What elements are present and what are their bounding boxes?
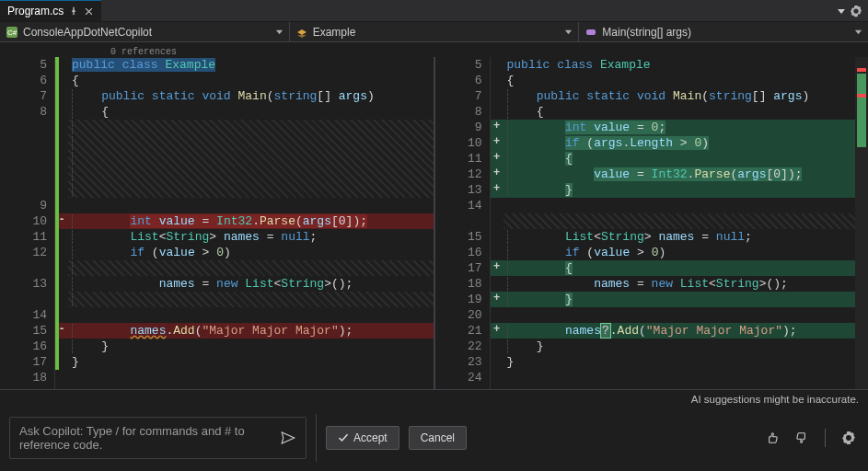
scope-project-label: ConsoleAppDotNetCopilot <box>23 26 152 39</box>
right-code[interactable]: public class Example { public static voi… <box>503 57 856 389</box>
cancel-button[interactable]: Cancel <box>409 426 467 450</box>
right-markers: + + + + + + + + <box>491 57 503 389</box>
thumbs-up-icon[interactable] <box>762 428 782 448</box>
method-icon <box>584 26 597 39</box>
pin-icon[interactable] <box>69 6 78 16</box>
svg-rect-2 <box>586 29 596 35</box>
diff-left-pane: 5 6 7 8 9 10 11 12 13 14 15 16 17 18 <box>0 57 434 389</box>
send-icon[interactable] <box>280 430 296 446</box>
class-icon <box>295 26 308 39</box>
tab-title: Program.cs <box>7 5 64 17</box>
separator <box>825 429 826 447</box>
thumbs-down-icon[interactable] <box>792 428 812 448</box>
scope-class-label: Example <box>313 26 356 39</box>
chevron-down-icon <box>275 28 284 36</box>
tab-bar-right <box>831 0 868 21</box>
gear-icon[interactable] <box>850 5 862 17</box>
copilot-input[interactable]: Ask Copilot: Type / for commands and # t… <box>9 417 307 459</box>
accept-button[interactable]: Accept <box>326 426 399 450</box>
scope-project[interactable]: C# ConsoleAppDotNetCopilot <box>0 22 290 41</box>
scope-class[interactable]: Example <box>290 22 580 41</box>
left-code[interactable]: public class Example { public static voi… <box>68 57 434 389</box>
minimap-scroll[interactable] <box>855 57 868 389</box>
codelens-row: 0 references <box>0 42 868 57</box>
chevron-down-icon <box>854 28 862 36</box>
chevron-down-icon <box>564 28 573 36</box>
close-icon[interactable] <box>84 6 94 17</box>
scope-bar: C# ConsoleAppDotNetCopilot Example Main(… <box>0 22 868 42</box>
ai-warning: AI suggestions might be inaccurate. <box>0 390 868 407</box>
dropdown-icon[interactable] <box>837 6 846 16</box>
diff-right-pane: 5 6 7 8 9 10 11 12 13 14 15 16 17 18 19 … <box>435 57 869 389</box>
scope-method-label: Main(string[] args) <box>602 26 691 39</box>
left-markers: - - <box>55 57 68 389</box>
file-tab[interactable]: Program.cs <box>0 0 101 21</box>
diff-view: 5 6 7 8 9 10 11 12 13 14 15 16 17 18 <box>0 57 868 389</box>
svg-text:C#: C# <box>7 29 17 37</box>
tab-bar: Program.cs <box>0 0 868 22</box>
settings-gear-icon[interactable] <box>839 428 859 448</box>
codelens-references[interactable]: 0 references <box>110 47 177 57</box>
right-gutter: 5 6 7 8 9 10 11 12 13 14 15 16 17 18 19 … <box>435 57 491 389</box>
copilot-panel: AI suggestions might be inaccurate. Ask … <box>0 389 868 471</box>
scope-method[interactable]: Main(string[] args) <box>579 22 868 41</box>
left-gutter: 5 6 7 8 9 10 11 12 13 14 15 16 17 18 <box>0 57 55 389</box>
copilot-placeholder: Ask Copilot: Type / for commands and # t… <box>19 424 280 452</box>
check-icon <box>338 432 349 443</box>
csharp-project-icon: C# <box>6 26 18 39</box>
